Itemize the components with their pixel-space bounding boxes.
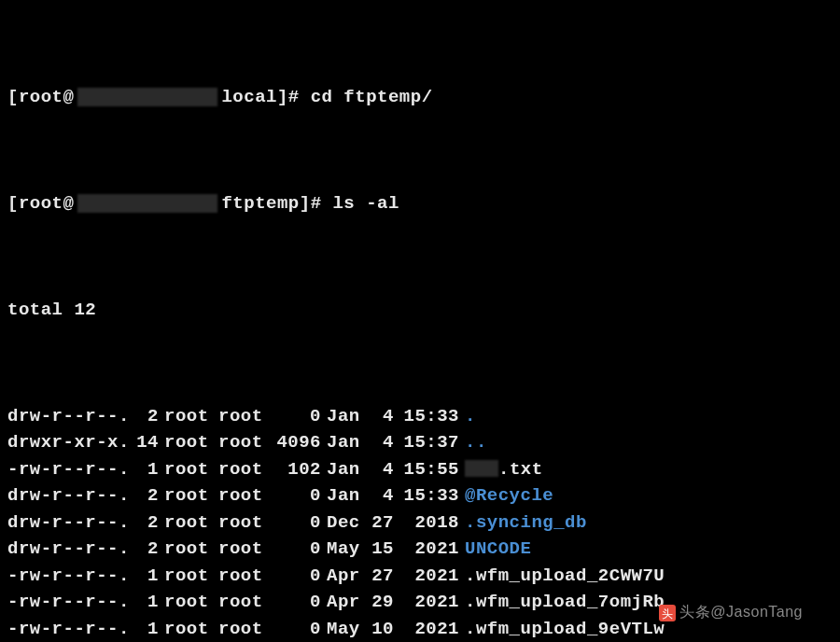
file-links: 2 — [131, 509, 164, 537]
file-row: drw-r--r--.2rootroot0May152021UNCODE — [7, 536, 833, 563]
file-group: root — [218, 563, 273, 590]
redacted-host — [77, 88, 217, 106]
file-month: Dec — [327, 509, 370, 537]
file-perms: -rw-r--r--. — [7, 456, 131, 483]
file-time: 15:33 — [399, 482, 465, 509]
file-row: -rw-r--r--.1rootroot0Apr272021.wfm_uploa… — [7, 563, 833, 590]
file-size: 0 — [273, 509, 327, 537]
file-group: root — [218, 429, 273, 456]
file-size: 0 — [273, 563, 327, 590]
file-time: 2021 — [399, 616, 465, 643]
watermark: 头条@JasonTang — [659, 601, 803, 623]
file-owner: root — [164, 616, 218, 643]
file-day: 15 — [370, 536, 399, 563]
file-day: 4 — [370, 456, 399, 483]
file-links: 14 — [131, 429, 164, 456]
file-time: 15:33 — [399, 403, 465, 430]
watermark-text: 头条@JasonTang — [679, 604, 803, 620]
file-links: 1 — [131, 456, 164, 483]
file-day: 4 — [370, 429, 399, 456]
command-text: cd ftptemp/ — [311, 84, 433, 111]
file-perms: -rw-r--r--. — [7, 589, 131, 616]
file-day: 4 — [370, 482, 399, 509]
file-day: 27 — [370, 563, 399, 590]
file-name: UNCODE — [465, 536, 833, 563]
file-day: 29 — [370, 589, 399, 616]
file-name: . — [465, 403, 833, 430]
prompt-prefix: [root@ — [7, 190, 74, 217]
file-month: Jan — [327, 456, 370, 483]
terminal-output[interactable]: [root@ local]# cd ftptemp/ [root@ ftptem… — [7, 4, 833, 642]
prompt-prefix: [root@ — [7, 84, 74, 111]
file-group: root — [218, 509, 273, 537]
file-links: 2 — [131, 536, 164, 563]
total-line: total 12 — [7, 297, 833, 324]
file-perms: drw-r--r--. — [7, 403, 131, 430]
file-owner: root — [164, 482, 218, 509]
file-time: 15:37 — [399, 429, 465, 456]
file-month: May — [327, 616, 370, 643]
file-group: root — [218, 403, 273, 430]
file-links: 1 — [131, 589, 164, 616]
file-row: -rw-r--r--.1rootroot102Jan415:55.txt — [7, 456, 833, 483]
file-name: .syncing_db — [465, 509, 833, 537]
file-perms: drw-r--r--. — [7, 482, 131, 509]
file-size: 0 — [273, 403, 327, 430]
command-text: ls -al — [332, 190, 399, 217]
file-time: 2021 — [399, 563, 465, 590]
file-month: Apr — [327, 563, 370, 590]
file-group: root — [218, 536, 273, 563]
file-month: Jan — [327, 403, 370, 430]
file-time: 15:55 — [399, 456, 465, 483]
prompt-line-1: [root@ local]# cd ftptemp/ — [7, 84, 833, 111]
file-group: root — [218, 589, 273, 616]
file-links: 1 — [131, 616, 164, 643]
file-day: 27 — [370, 509, 399, 537]
file-name: .txt — [465, 456, 833, 483]
file-owner: root — [164, 456, 218, 483]
spacer — [322, 190, 333, 217]
file-size: 102 — [273, 456, 327, 483]
file-row: drw-r--r--.2rootroot0Dec272018.syncing_d… — [7, 509, 833, 537]
file-perms: drw-r--r--. — [7, 509, 131, 537]
file-group: root — [218, 616, 273, 643]
file-month: May — [327, 536, 370, 563]
file-day: 4 — [370, 403, 399, 430]
redacted-filename-prefix — [465, 460, 498, 477]
file-month: Apr — [327, 589, 370, 616]
file-owner: root — [164, 536, 218, 563]
file-perms: drwxr-xr-x. — [7, 429, 131, 456]
file-row: drw-r--r--.2rootroot0Jan415:33@Recycle — [7, 482, 833, 509]
file-size: 0 — [273, 616, 327, 643]
file-group: root — [218, 456, 273, 483]
file-time: 2021 — [399, 589, 465, 616]
file-perms: -rw-r--r--. — [7, 563, 131, 590]
file-time: 2018 — [399, 509, 465, 537]
file-perms: -rw-r--r--. — [7, 616, 131, 643]
file-name: .wfm_upload_2CWW7U — [465, 563, 833, 590]
file-size: 4096 — [273, 429, 327, 456]
file-perms: drw-r--r--. — [7, 536, 131, 563]
file-row: drwxr-xr-x.14rootroot4096Jan415:37.. — [7, 429, 833, 456]
file-links: 2 — [131, 482, 164, 509]
file-month: Jan — [327, 482, 370, 509]
spacer — [300, 84, 311, 111]
file-row: drw-r--r--.2rootroot0Jan415:33. — [7, 403, 833, 430]
file-owner: root — [164, 429, 218, 456]
file-size: 0 — [273, 589, 327, 616]
prompt-line-2: [root@ ftptemp]# ls -al — [7, 190, 833, 217]
file-name: @Recycle — [465, 482, 833, 509]
redacted-host — [77, 194, 217, 213]
file-day: 10 — [370, 616, 399, 643]
file-size: 0 — [273, 536, 327, 563]
file-owner: root — [164, 509, 218, 537]
file-name: .. — [465, 429, 833, 456]
prompt-cwd: local]# — [221, 84, 299, 111]
file-owner: root — [164, 563, 218, 590]
file-owner: root — [164, 403, 218, 430]
watermark-icon — [659, 605, 676, 621]
file-time: 2021 — [399, 536, 465, 563]
file-group: root — [218, 482, 273, 509]
file-month: Jan — [327, 429, 370, 456]
file-owner: root — [164, 589, 218, 616]
